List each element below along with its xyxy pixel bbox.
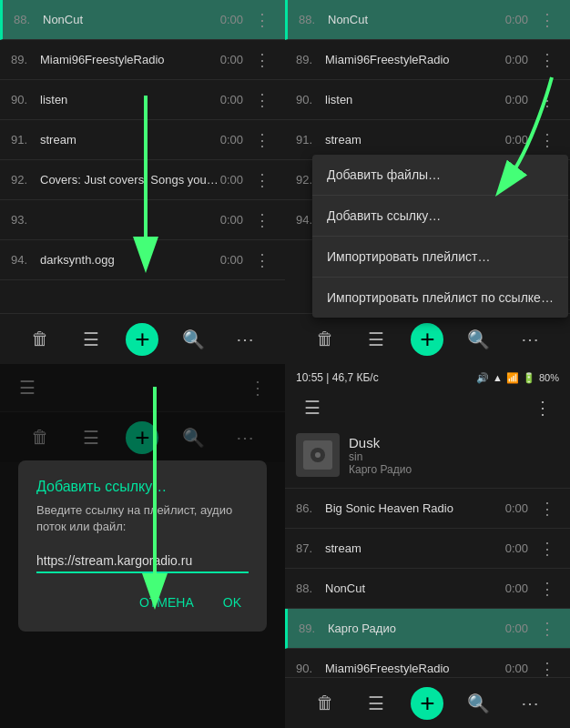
dialog-overlay: Добавить ссылку… Введите ссылку на плейл… [0,364,285,728]
item-menu-button[interactable]: ⋮ [250,167,274,194]
item-menu-button[interactable]: ⋮ [535,86,559,114]
item-menu-button[interactable]: ⋮ [535,655,559,678]
list-item[interactable]: 92. Covers: Just covers. Songs you know … [0,160,285,200]
item-number: 91. [11,133,40,147]
item-duration: 0:00 [505,541,528,555]
list-item[interactable]: 86. Big Sonic Heaven Radio 0:00 ⋮ [285,489,570,529]
sort-button-2[interactable]: ☰ [360,323,392,356]
sort-button-4[interactable]: ☰ [360,687,392,720]
status-bar: 10:55 | 46,7 КБ/с 🔊 ▲ 📶 🔋 80% [296,371,559,384]
list-item[interactable]: 88. NonCut 0:00 ⋮ [285,569,570,609]
dropdown-add-files[interactable]: Добавить файлы… [312,155,568,196]
item-menu-button[interactable]: ⋮ [250,46,274,74]
panel-top-right: 88. NonCut 0:00 ⋮ 89. Miami96FreestyleRa… [285,0,570,364]
dialog-ok-button[interactable]: OK [216,592,249,613]
hamburger-menu-4[interactable]: ☰ [296,391,329,424]
item-menu-button[interactable]: ⋮ [535,46,559,74]
dropdown-menu: Добавить файлы… Добавить ссылку… Импорти… [312,155,568,318]
battery-icon: 🔋 [523,372,535,384]
list-item[interactable]: 90. Miami96FreestyleRadio 0:00 ⋮ [285,649,570,677]
dialog-url-input[interactable] [36,550,249,573]
item-duration: 0:00 [220,133,243,147]
playlist-list-4: 86. Big Sonic Heaven Radio 0:00 ⋮ 87. st… [285,489,570,677]
item-menu-button[interactable]: ⋮ [535,615,559,642]
list-item[interactable]: 87. stream 0:00 ⋮ [285,529,570,569]
search-button-4[interactable]: 🔍 [463,687,495,720]
list-item[interactable]: 94. darksynth.ogg 0:00 ⋮ [0,240,285,280]
item-title: Miami96FreestyleRadio [325,53,505,66]
item-duration: 0:00 [220,213,243,227]
item-menu-button[interactable]: ⋮ [535,495,559,522]
item-title: stream [325,541,505,555]
list-item[interactable]: 90. listen 0:00 ⋮ [285,80,570,120]
item-number: 88. [296,581,325,595]
item-number: 93. [11,213,40,227]
item-menu-button[interactable]: ⋮ [250,247,274,274]
item-title: listen [40,93,220,106]
item-menu-button[interactable]: ⋮ [250,126,274,154]
item-number: 92. [11,173,40,187]
list-item[interactable]: 89. Miami96FreestyleRadio 0:00 ⋮ [0,40,285,80]
delete-button-1[interactable]: 🗑 [24,323,56,356]
list-item[interactable]: 91. stream 0:00 ⋮ [0,120,285,160]
dialog-actions: ОТМЕНА OK [36,592,249,613]
toolbar-1: 🗑 ☰ + 🔍 ⋯ [0,313,285,364]
add-button-1[interactable]: + [126,323,158,356]
item-number: 90. [296,93,325,106]
list-item[interactable]: 89. Miami96FreestyleRadio 0:00 ⋮ [285,40,570,80]
item-duration: 0:00 [220,253,243,267]
dropdown-add-link[interactable]: Добавить ссылку… [312,196,568,237]
search-button-2[interactable]: 🔍 [463,323,495,356]
item-duration: 0:00 [220,93,243,106]
list-item[interactable]: 88. NonCut 0:00 ⋮ [0,0,285,40]
item-menu-button[interactable]: ⋮ [250,86,274,114]
item-duration: 0:00 [505,133,528,147]
panel4-header: 10:55 | 46,7 КБ/с 🔊 ▲ 📶 🔋 80% ☰ ⋮ [285,364,570,489]
item-title: Covers: Just covers. Songs you know ... [40,173,220,187]
more-menu-4[interactable]: ⋮ [526,391,559,424]
item-duration: 0:00 [505,13,528,26]
panel-top-left: 88. NonCut 0:00 ⋮ 89. Miami96FreestyleRa… [0,0,285,364]
delete-button-4[interactable]: 🗑 [309,687,341,720]
item-title: darksynth.ogg [40,253,220,267]
list-item[interactable]: 90. listen 0:00 ⋮ [0,80,285,120]
item-number: 91. [296,133,325,147]
add-button-2[interactable]: + [411,323,443,356]
item-title: Miami96FreestyleRadio [40,53,220,66]
dropdown-import-playlist-url[interactable]: Импортировать плейлист по ссылке… [312,278,568,318]
more-button-1[interactable]: ⋯ [229,323,261,356]
search-button-1[interactable]: 🔍 [178,323,210,356]
more-button-4[interactable]: ⋯ [514,687,546,720]
item-menu-button[interactable]: ⋮ [535,6,559,34]
status-time: 10:55 | 46,7 КБ/с [296,371,379,384]
item-title: Карго Радио [328,622,505,635]
item-title: NonCut [43,13,220,26]
delete-button-2[interactable]: 🗑 [309,323,341,356]
add-link-dialog: Добавить ссылку… Введите ссылку на плейл… [18,460,267,632]
dialog-description: Введите ссылку на плейлист, аудио поток … [36,502,249,535]
dialog-cancel-button[interactable]: ОТМЕНА [132,592,201,613]
panel-bottom-right: 10:55 | 46,7 КБ/с 🔊 ▲ 📶 🔋 80% ☰ ⋮ [285,364,570,728]
dropdown-import-playlist[interactable]: Импортировать плейлист… [312,237,568,278]
album-art [296,433,340,477]
more-button-2[interactable]: ⋯ [514,323,546,356]
item-menu-button[interactable]: ⋮ [535,575,559,602]
item-menu-button[interactable]: ⋮ [250,6,274,34]
list-item[interactable]: 93. 0:00 ⋮ [0,200,285,240]
list-item[interactable]: 89. Карго Радио 0:00 ⋮ [285,609,570,649]
item-menu-button[interactable]: ⋮ [535,126,559,154]
sort-button-1[interactable]: ☰ [75,323,107,356]
item-menu-button[interactable]: ⋮ [250,207,274,234]
battery-percent: 80% [539,372,559,383]
item-title: Miami96FreestyleRadio [325,662,505,675]
panel-bottom-left: ☰ ⋮ Добавить ссылку… Введите ссылку на п… [0,364,285,728]
wifi-icon: 📶 [506,372,519,384]
add-button-4[interactable]: + [411,687,443,720]
item-title: Big Sonic Heaven Radio [325,501,505,515]
list-item[interactable]: 88. NonCut 0:00 ⋮ [285,0,570,40]
item-duration: 0:00 [505,622,528,635]
bluetooth-icon: 🔊 [476,372,489,384]
item-number: 94. [11,253,40,267]
item-menu-button[interactable]: ⋮ [535,535,559,562]
item-duration: 0:00 [505,501,528,515]
